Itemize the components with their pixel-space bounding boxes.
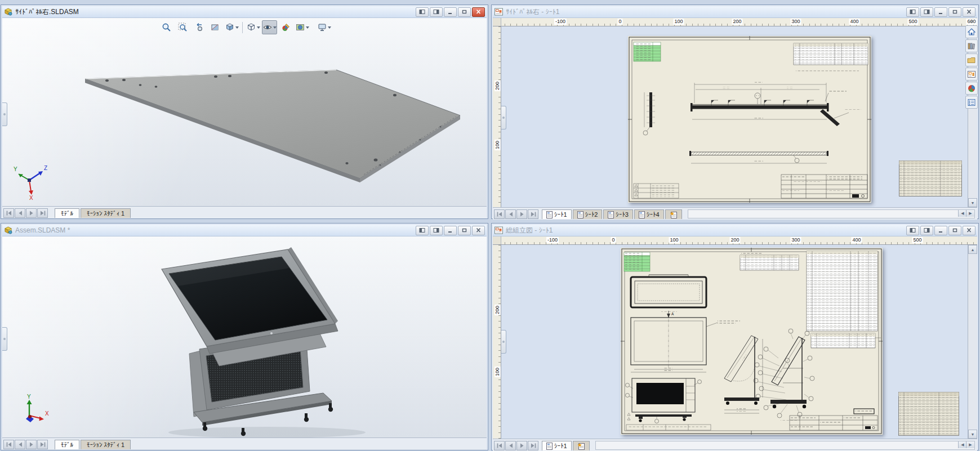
featuremanager-splitter-handle[interactable] <box>501 106 506 130</box>
assembly-document-icon <box>4 8 12 16</box>
first-sheet-button[interactable] <box>494 209 505 219</box>
last-tab-button[interactable] <box>37 440 48 449</box>
section-view-icon[interactable] <box>208 20 223 34</box>
previous-view-icon[interactable] <box>191 20 207 34</box>
tab-motion-study[interactable]: ﾓｰｼｮﾝ ｽﾀﾃﾞｨ 1 <box>81 440 131 449</box>
window-titlebar[interactable]: Assem.SLDASM * <box>2 225 487 236</box>
scroll-left-icon[interactable]: ◀ <box>958 441 966 448</box>
previous-tab-button[interactable] <box>15 440 25 449</box>
featuremanager-splitter-handle[interactable] <box>501 330 506 354</box>
next-tab-button[interactable] <box>26 208 37 218</box>
tab-sheet1[interactable]: ｼｰﾄ1 <box>542 209 572 219</box>
lower-rail-view <box>689 151 828 163</box>
next-tab-button[interactable] <box>26 440 37 449</box>
assembly-viewport[interactable]: Y X <box>2 236 487 437</box>
featuremanager-splitter-handle[interactable] <box>2 102 7 126</box>
next-window-button[interactable] <box>430 226 443 235</box>
featuremanager-splitter-handle[interactable] <box>2 327 7 351</box>
horizontal-ruler: -100 0 100 200 300 400 500 <box>493 236 977 245</box>
model-viewport[interactable]: Y Z X <box>2 18 487 206</box>
window-title: 総組立図 - ｼｰﾄ1 <box>506 226 903 235</box>
last-sheet-button[interactable] <box>528 441 538 450</box>
window-general-assembly-drawing: 総組立図 - ｼｰﾄ1 -100 0 100 200 300 400 500 2… <box>491 223 979 450</box>
green-status-table <box>624 252 650 271</box>
hide-show-items-icon[interactable] <box>262 20 277 34</box>
svg-text:X: X <box>29 195 33 200</box>
horizontal-scrollbar[interactable]: ◀▶ <box>595 441 975 450</box>
previous-window-button[interactable] <box>416 226 429 235</box>
first-sheet-button[interactable] <box>494 441 505 450</box>
last-sheet-button[interactable] <box>528 209 538 219</box>
close-button[interactable] <box>472 226 485 235</box>
window-assembly-model: Assem.SLDASM * <box>1 223 488 450</box>
next-window-button[interactable] <box>920 226 933 235</box>
last-tab-button[interactable] <box>37 208 48 218</box>
previous-sheet-button[interactable] <box>505 209 516 219</box>
window-titlebar[interactable]: ｻｲﾄﾞﾊﾟﾈﾙ右 - ｼｰﾄ1 <box>493 6 977 18</box>
scroll-right-icon[interactable]: ▶ <box>966 210 974 217</box>
scroll-right-icon[interactable]: ▶ <box>966 441 974 448</box>
edit-appearance-icon[interactable] <box>278 20 293 34</box>
minimize-button[interactable] <box>934 226 947 235</box>
minimize-button[interactable] <box>444 226 457 235</box>
close-button[interactable] <box>963 226 975 235</box>
scroll-up-icon[interactable]: ▲ <box>968 245 977 254</box>
solidworks-resources-icon[interactable] <box>965 25 978 38</box>
zoom-to-fit-icon[interactable] <box>159 20 174 34</box>
minimize-button[interactable] <box>934 7 947 17</box>
display-stand-assembly-3d <box>2 236 487 437</box>
previous-window-button[interactable] <box>906 7 919 17</box>
tab-sheet1[interactable]: ｼｰﾄ1 <box>542 441 572 450</box>
tab-model[interactable]: ﾓﾃﾞﾙ <box>55 208 79 218</box>
close-button[interactable] <box>472 7 485 17</box>
tab-sheet4[interactable]: ｼｰﾄ4 <box>634 209 664 219</box>
restore-button[interactable] <box>458 226 471 235</box>
restore-button[interactable] <box>948 226 961 235</box>
vertical-scrollbar[interactable]: ▲ ▼ <box>968 245 977 439</box>
close-button[interactable] <box>963 7 975 17</box>
next-window-button[interactable] <box>430 7 443 17</box>
restore-button[interactable] <box>458 7 471 17</box>
previous-sheet-button[interactable] <box>505 441 516 450</box>
view-palette-icon[interactable] <box>965 68 978 81</box>
custom-properties-icon[interactable] <box>965 96 978 109</box>
scroll-down-icon[interactable]: ▼ <box>968 430 977 439</box>
first-tab-button[interactable] <box>3 208 14 218</box>
tab-model[interactable]: ﾓﾃﾞﾙ <box>55 440 79 449</box>
window-side-panel-model: ｻｲﾄﾞﾊﾟﾈﾙ右.SLDASM <box>1 5 488 219</box>
scroll-left-icon[interactable]: ◀ <box>958 210 966 217</box>
scroll-down-icon[interactable]: ▼ <box>968 198 977 207</box>
appearances-scenes-icon[interactable] <box>965 82 978 95</box>
main-beam-view <box>691 91 861 126</box>
next-window-button[interactable] <box>920 7 933 17</box>
horizontal-scrollbar[interactable]: ◀▶ <box>688 209 975 218</box>
view-settings-icon[interactable] <box>317 20 332 34</box>
tab-sheet2[interactable]: ｼｰﾄ2 <box>573 209 603 219</box>
zoom-to-area-icon[interactable] <box>175 20 190 34</box>
window-titlebar[interactable]: 総組立図 - ｼｰﾄ1 <box>493 225 977 236</box>
first-tab-button[interactable] <box>3 440 14 449</box>
previous-tab-button[interactable] <box>15 208 25 218</box>
drawing-viewport[interactable]: A <box>501 245 968 439</box>
previous-window-button[interactable] <box>416 7 429 17</box>
heads-up-view-toolbar <box>159 20 332 34</box>
design-library-icon[interactable] <box>965 39 978 52</box>
window-titlebar[interactable]: ｻｲﾄﾞﾊﾟﾈﾙ右.SLDASM <box>2 6 487 18</box>
display-style-icon[interactable] <box>246 20 261 34</box>
horizontal-ruler: -100 0 100 200 300 400 500 600 <box>493 18 977 26</box>
expand-task-pane-icon[interactable]: « <box>970 19 973 24</box>
drawing-viewport[interactable] <box>501 26 968 207</box>
tab-motion-study[interactable]: ﾓｰｼｮﾝ ｽﾀﾃﾞｨ 1 <box>81 208 131 218</box>
add-sheet-button[interactable] <box>573 441 590 450</box>
restore-button[interactable] <box>948 7 961 17</box>
previous-window-button[interactable] <box>906 226 919 235</box>
apply-scene-icon[interactable] <box>295 20 310 34</box>
minimize-button[interactable] <box>444 7 457 17</box>
next-sheet-button[interactable] <box>516 209 527 219</box>
tab-sheet3[interactable]: ｼｰﾄ3 <box>603 209 633 219</box>
next-sheet-button[interactable] <box>516 441 527 450</box>
window-title: Assem.SLDASM * <box>15 226 413 234</box>
file-explorer-icon[interactable] <box>965 53 978 66</box>
add-sheet-button[interactable] <box>665 209 682 219</box>
view-orientation-icon[interactable] <box>224 20 239 34</box>
